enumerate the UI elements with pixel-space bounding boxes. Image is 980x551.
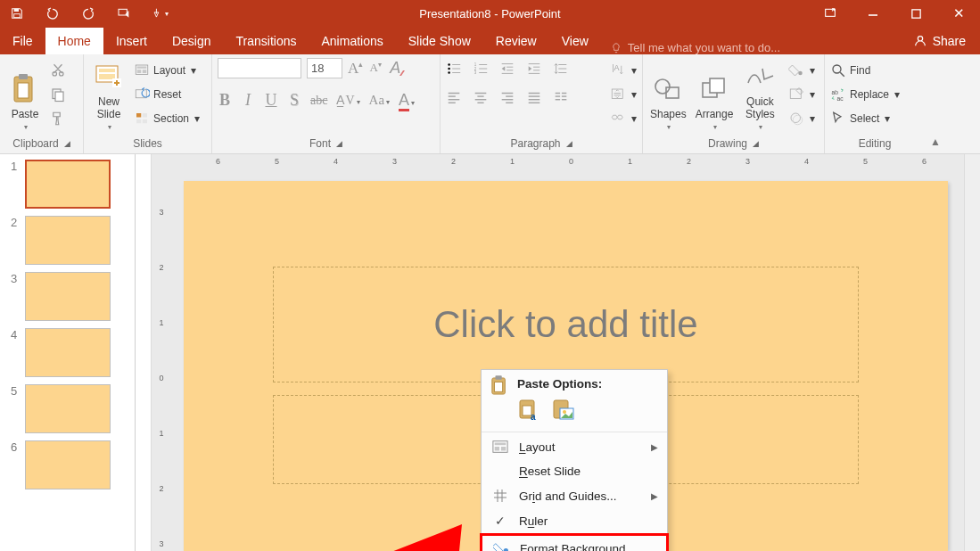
increase-indent-button[interactable]	[526, 61, 546, 79]
tab-home[interactable]: Home	[45, 28, 103, 54]
svg-rect-71	[612, 89, 622, 99]
char-spacing-button[interactable]: A̲V▾	[336, 93, 359, 108]
thumbnail-2[interactable]: 2	[0, 210, 135, 267]
save-icon[interactable]	[7, 4, 27, 23]
shrink-font-button[interactable]: A▾	[368, 61, 383, 75]
format-painter-button[interactable]	[50, 110, 66, 127]
align-left-button[interactable]	[446, 89, 465, 108]
ctx-reset-item[interactable]: Reset Slide	[482, 459, 667, 483]
align-text-button[interactable]: ▾	[610, 86, 637, 103]
tab-review[interactable]: Review	[483, 28, 549, 54]
touch-mouse-mode-icon[interactable]: ▾	[150, 4, 169, 23]
tell-me-search[interactable]: Tell me what you want to do...	[610, 41, 906, 54]
font-dialog-launcher[interactable]: ◢	[336, 139, 342, 148]
shape-fill-button[interactable]: ▾	[788, 62, 815, 79]
copy-icon	[50, 86, 66, 103]
ctx-ruler-item[interactable]: ✓ Ruler	[482, 508, 667, 533]
decrease-indent-button[interactable]	[499, 61, 519, 79]
ctx-grid-label: Grid and Guides...	[519, 489, 617, 503]
cut-button[interactable]	[50, 62, 66, 79]
svg-point-80	[833, 65, 841, 73]
ctx-ruler-label: Ruler	[519, 514, 548, 528]
quick-styles-button[interactable]: Quick Styles▾	[740, 58, 779, 131]
layout-button[interactable]: Layout▾	[134, 62, 200, 79]
replace-icon: abac	[830, 86, 846, 103]
align-right-button[interactable]	[499, 89, 519, 108]
line-spacing-button[interactable]	[553, 61, 572, 79]
paste-picture-button[interactable]	[551, 398, 576, 423]
new-slide-button[interactable]: New Slide▾	[89, 58, 128, 131]
smartart-icon	[610, 111, 626, 127]
text-direction-button[interactable]: |A▾	[610, 62, 637, 79]
clipboard-dialog-launcher[interactable]: ◢	[64, 139, 70, 148]
thumbnail-scrollbar[interactable]	[136, 154, 152, 551]
bold-button[interactable]: B	[218, 91, 232, 110]
shape-effects-button[interactable]: ▾	[788, 110, 815, 127]
thumbnail-3[interactable]: 3	[0, 267, 135, 323]
title-placeholder[interactable]: Click to add title	[273, 267, 859, 382]
tab-design[interactable]: Design	[160, 28, 224, 54]
ctx-grid-guides-item[interactable]: Grid and Guides... ▶	[482, 483, 667, 508]
svg-rect-8	[19, 74, 28, 79]
thumbnail-4[interactable]: 4	[0, 323, 135, 379]
shapes-button[interactable]: Shapes▾	[648, 58, 688, 131]
thumbnail-image	[25, 384, 111, 433]
find-button[interactable]: Find	[830, 62, 900, 79]
thumbnail-image	[25, 160, 111, 209]
columns-button[interactable]	[553, 89, 572, 108]
change-case-button[interactable]: Aa▾	[369, 93, 391, 108]
font-size-input[interactable]: 18	[307, 58, 342, 78]
drawing-dialog-launcher[interactable]: ◢	[753, 139, 759, 148]
paste-use-dest-theme-button[interactable]: a	[517, 398, 542, 423]
paste-button[interactable]: Paste▾	[5, 58, 45, 131]
svg-point-76	[799, 71, 803, 76]
tab-view[interactable]: View	[549, 28, 601, 54]
new-slide-icon	[95, 62, 123, 91]
underline-button[interactable]: U	[264, 91, 278, 110]
select-button[interactable]: Select▾	[830, 110, 900, 127]
redo-icon[interactable]	[78, 4, 98, 23]
grow-font-button[interactable]: A▴	[348, 60, 363, 78]
ribbon-display-options-icon[interactable]	[809, 0, 852, 27]
format-background-icon	[491, 541, 511, 551]
thumbnail-1[interactable]: 1	[0, 154, 135, 210]
align-center-button[interactable]	[473, 89, 492, 108]
thumbnail-6[interactable]: 6	[0, 435, 135, 491]
font-name-input[interactable]	[218, 58, 301, 78]
tab-file[interactable]: File	[0, 28, 45, 54]
paragraph-dialog-launcher[interactable]: ◢	[566, 139, 572, 148]
clear-formatting-button[interactable]: A	[388, 59, 402, 78]
start-from-beginning-icon[interactable]	[114, 4, 134, 23]
thumbnail-5[interactable]: 5	[0, 379, 135, 435]
minimize-icon[interactable]	[852, 0, 894, 27]
smartart-button[interactable]: ▾	[610, 110, 637, 127]
vertical-scrollbar[interactable]	[964, 154, 980, 551]
italic-button[interactable]: I	[241, 91, 255, 110]
shape-outline-button[interactable]: ▾	[788, 86, 815, 103]
collapse-ribbon-button[interactable]: ▲	[930, 136, 941, 148]
shadow-button[interactable]: S	[287, 91, 301, 110]
section-button[interactable]: Section▾	[134, 110, 200, 127]
tab-slideshow[interactable]: Slide Show	[396, 28, 483, 54]
arrange-button[interactable]: Arrange▾	[694, 58, 736, 131]
reset-button[interactable]: Reset	[134, 86, 200, 103]
tab-insert[interactable]: Insert	[103, 28, 160, 54]
replace-button[interactable]: abacReplace▾	[830, 86, 900, 103]
copy-button[interactable]	[50, 86, 66, 103]
numbering-button[interactable]: 123	[473, 61, 492, 79]
tab-animations[interactable]: Animations	[309, 28, 395, 54]
justify-button[interactable]	[526, 89, 546, 108]
vertical-ruler: 3 2 1 0 1 2 3	[152, 154, 171, 551]
font-color-button[interactable]: A▾	[399, 91, 415, 110]
ctx-format-background-item[interactable]: Format Background...	[480, 533, 669, 551]
maximize-icon[interactable]	[894, 0, 937, 27]
tab-transitions[interactable]: Transitions	[224, 28, 309, 54]
share-button[interactable]: Share	[906, 27, 980, 54]
slide-thumbnail-pane[interactable]: 1 2 3 4 5 6	[0, 154, 136, 551]
ctx-layout-item[interactable]: Layout ▶	[482, 434, 667, 459]
strikethrough-button[interactable]: abc	[310, 94, 327, 108]
undo-icon[interactable]	[43, 4, 62, 23]
close-icon[interactable]: ✕	[937, 0, 980, 27]
bullets-button[interactable]	[446, 61, 465, 79]
svg-rect-11	[55, 92, 63, 102]
